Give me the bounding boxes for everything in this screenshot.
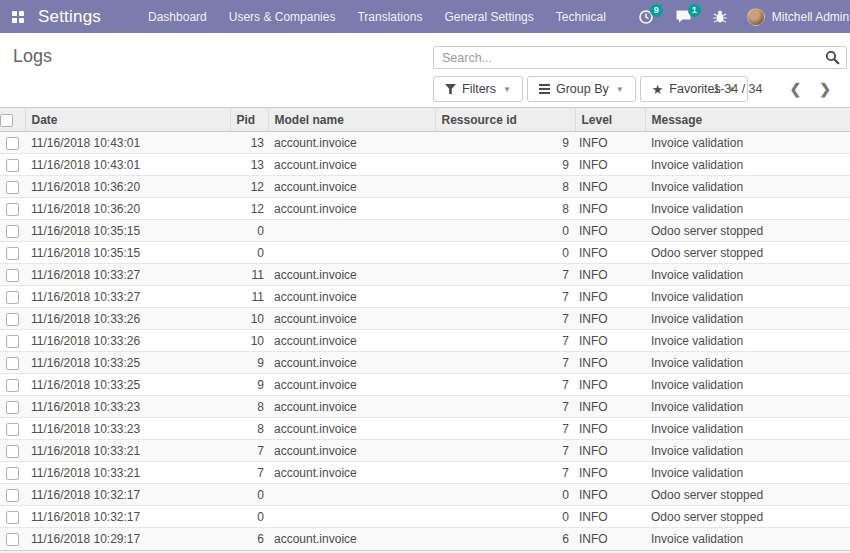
model-name-cell: account.invoice: [268, 374, 435, 396]
row-checkbox[interactable]: [6, 181, 19, 194]
row-checkbox[interactable]: [6, 137, 19, 150]
menu-item-users-companies[interactable]: Users & Companies: [218, 0, 347, 33]
table-row[interactable]: 11/16/2018 10:29:176account.invoice6INFO…: [0, 528, 850, 550]
pid-cell: 10: [230, 330, 268, 352]
pid-cell: 6: [230, 528, 268, 550]
date-cell: 11/16/2018 10:36:20: [25, 198, 230, 220]
column-header-message[interactable]: Message: [645, 108, 850, 132]
table-row[interactable]: 11/16/2018 10:35:1500INFOOdoo server sto…: [0, 242, 850, 264]
row-checkbox[interactable]: [6, 445, 19, 458]
table-row[interactable]: 11/16/2018 10:33:2711account.invoice7INF…: [0, 286, 850, 308]
pid-cell: 11: [230, 264, 268, 286]
table-row[interactable]: 11/16/2018 10:33:2610account.invoice7INF…: [0, 330, 850, 352]
control-panel: Logs Filters ▼ Group By ▼ ★: [0, 33, 850, 107]
avatar: [747, 8, 765, 26]
date-cell: 11/16/2018 10:43:01: [25, 154, 230, 176]
row-checkbox[interactable]: [6, 291, 19, 304]
row-checkbox[interactable]: [6, 357, 19, 370]
column-header-resource-id[interactable]: Ressource id: [435, 108, 575, 132]
column-header-level[interactable]: Level: [575, 108, 645, 132]
menu-item-technical[interactable]: Technical: [545, 0, 617, 33]
row-checkbox[interactable]: [6, 225, 19, 238]
row-checkbox[interactable]: [6, 335, 19, 348]
row-checkbox[interactable]: [6, 467, 19, 480]
select-all-header: [0, 108, 25, 132]
debug-button[interactable]: [713, 9, 727, 24]
message-cell: Invoice validation: [645, 374, 850, 396]
date-cell: 11/16/2018 10:33:26: [25, 308, 230, 330]
menu-item-general-settings[interactable]: General Settings: [433, 0, 544, 33]
resource-id-cell: 6: [435, 528, 575, 550]
table-row[interactable]: 11/16/2018 10:43:0113account.invoice9INF…: [0, 132, 850, 154]
apps-menu-button[interactable]: [12, 6, 24, 28]
row-checkbox[interactable]: [6, 159, 19, 172]
search-icon[interactable]: [825, 50, 840, 65]
filters-button[interactable]: Filters ▼: [433, 76, 523, 102]
group-by-button[interactable]: Group By ▼: [527, 76, 636, 102]
table-row[interactable]: 11/16/2018 10:33:259account.invoice7INFO…: [0, 352, 850, 374]
messages-button[interactable]: 1: [675, 9, 692, 24]
model-name-cell: account.invoice: [268, 352, 435, 374]
level-cell: INFO: [575, 132, 645, 154]
activities-button[interactable]: 9: [638, 9, 654, 25]
menu-item-dashboard[interactable]: Dashboard: [137, 0, 218, 33]
row-checkbox[interactable]: [6, 203, 19, 216]
group-by-label: Group By: [556, 82, 609, 96]
table-row[interactable]: 11/16/2018 10:33:2610account.invoice7INF…: [0, 308, 850, 330]
column-header-model-name[interactable]: Model name: [268, 108, 435, 132]
menu-item-translations[interactable]: Translations: [346, 0, 433, 33]
column-header-date[interactable]: Date: [25, 108, 230, 132]
table-row[interactable]: 11/16/2018 10:33:238account.invoice7INFO…: [0, 418, 850, 440]
pager-previous-button[interactable]: ❮: [781, 80, 811, 98]
table-row[interactable]: 11/16/2018 10:32:1700INFOOdoo server sto…: [0, 484, 850, 506]
table-row[interactable]: 11/16/2018 10:33:2711account.invoice7INF…: [0, 264, 850, 286]
top-navbar: Settings Dashboard Users & Companies Tra…: [0, 0, 850, 33]
row-checkbox[interactable]: [6, 489, 19, 502]
table-row[interactable]: 11/16/2018 10:33:217account.invoice7INFO…: [0, 440, 850, 462]
row-checkbox[interactable]: [6, 401, 19, 414]
user-menu-button[interactable]: Mitchell Admin (Odoo_12) ▼: [747, 8, 850, 26]
column-header-pid[interactable]: Pid: [230, 108, 268, 132]
table-row[interactable]: 11/16/2018 10:33:217account.invoice7INFO…: [0, 462, 850, 484]
row-checkbox[interactable]: [6, 533, 19, 546]
table-bottom-strip: [0, 550, 850, 553]
model-name-cell: [268, 506, 435, 528]
level-cell: INFO: [575, 264, 645, 286]
table-row[interactable]: 11/16/2018 10:36:2012account.invoice8INF…: [0, 198, 850, 220]
model-name-cell: account.invoice: [268, 198, 435, 220]
search-input[interactable]: [433, 46, 847, 69]
table-row[interactable]: 11/16/2018 10:32:1700INFOOdoo server sto…: [0, 506, 850, 528]
message-cell: Odoo server stopped: [645, 242, 850, 264]
row-checkbox[interactable]: [6, 313, 19, 326]
activity-count-badge: 9: [650, 4, 663, 17]
app-brand-title[interactable]: Settings: [38, 7, 101, 27]
pager-next-button[interactable]: ❯: [810, 80, 840, 98]
row-checkbox[interactable]: [6, 511, 19, 524]
message-cell: Invoice validation: [645, 418, 850, 440]
row-checkbox[interactable]: [6, 269, 19, 282]
table-row[interactable]: 11/16/2018 10:33:259account.invoice7INFO…: [0, 374, 850, 396]
model-name-cell: account.invoice: [268, 286, 435, 308]
table-row[interactable]: 11/16/2018 10:35:1500INFOOdoo server sto…: [0, 220, 850, 242]
model-name-cell: account.invoice: [268, 330, 435, 352]
navbar-right-group: 9 1 Mitchell Admin (Odoo_12) ▼: [617, 8, 850, 26]
resource-id-cell: 0: [435, 242, 575, 264]
date-cell: 11/16/2018 10:43:01: [25, 132, 230, 154]
table-row[interactable]: 11/16/2018 10:43:0113account.invoice9INF…: [0, 154, 850, 176]
level-cell: INFO: [575, 330, 645, 352]
select-all-checkbox[interactable]: [0, 114, 13, 127]
row-checkbox[interactable]: [6, 379, 19, 392]
pid-cell: 7: [230, 462, 268, 484]
user-name-label: Mitchell Admin (Odoo_12): [772, 10, 850, 24]
row-checkbox[interactable]: [6, 247, 19, 260]
date-cell: 11/16/2018 10:29:17: [25, 528, 230, 550]
table-row[interactable]: 11/16/2018 10:33:238account.invoice7INFO…: [0, 396, 850, 418]
table-row[interactable]: 11/16/2018 10:36:2012account.invoice8INF…: [0, 176, 850, 198]
resource-id-cell: 7: [435, 462, 575, 484]
bug-icon: [713, 9, 727, 24]
resource-id-cell: 9: [435, 154, 575, 176]
date-cell: 11/16/2018 10:33:23: [25, 396, 230, 418]
resource-id-cell: 7: [435, 374, 575, 396]
model-name-cell: account.invoice: [268, 396, 435, 418]
row-checkbox[interactable]: [6, 423, 19, 436]
